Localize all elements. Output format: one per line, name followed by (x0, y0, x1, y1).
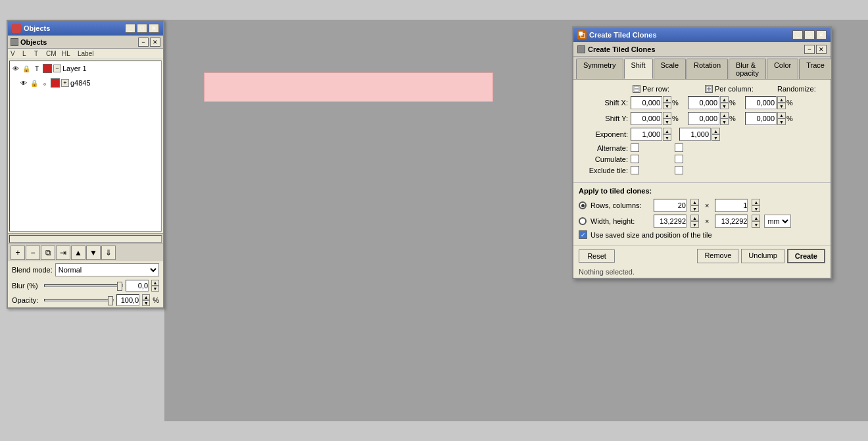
add-layer-button[interactable]: + (11, 246, 25, 260)
blur-down[interactable]: ▼ (151, 286, 159, 292)
shift-y-per-col-input[interactable] (688, 112, 719, 125)
rows-down[interactable]: ▼ (690, 205, 699, 212)
shift-x-per-col-input[interactable] (688, 96, 719, 109)
create-button[interactable]: Create (787, 249, 825, 263)
remove-button[interactable]: Remove (697, 249, 738, 263)
rows-input[interactable] (654, 199, 687, 212)
shift-x-rand-up[interactable]: ▲ (777, 96, 786, 103)
opacity-up[interactable]: ▲ (142, 294, 150, 300)
width-height-radio[interactable] (579, 217, 587, 225)
eye-icon-g4845[interactable]: 👁 (19, 78, 28, 88)
per-row-label: Per row: (642, 85, 669, 93)
move-down-button[interactable]: ▼ (86, 246, 101, 260)
alternate-checkbox-col[interactable] (675, 143, 683, 152)
exclude-tile-checkbox-col[interactable] (675, 166, 683, 174)
move-up-button[interactable]: ▲ (71, 246, 85, 260)
exp-pr-down[interactable]: ▼ (663, 134, 671, 141)
exponent-per-col-input[interactable] (679, 128, 711, 141)
minimize-button[interactable]: _ (125, 24, 135, 33)
w-up[interactable]: ▲ (690, 215, 699, 221)
indent-button[interactable]: ⇥ (56, 246, 70, 260)
color-swatch-g4845[interactable] (51, 78, 60, 88)
exponent-per-row-input[interactable] (631, 128, 662, 141)
use-saved-checkbox[interactable]: ✓ (579, 230, 587, 239)
shift-x-rand-down[interactable]: ▼ (777, 103, 786, 109)
unclump-button[interactable]: Unclump (741, 249, 784, 263)
shift-x-per-row-input[interactable] (631, 96, 662, 109)
maximize-button[interactable]: □ (137, 24, 147, 33)
tab-blur-opacity[interactable]: Blur & opacity (729, 59, 766, 79)
exp-pc-down[interactable]: ▼ (711, 134, 720, 141)
lock-icon-g4845[interactable]: 🔒 (30, 78, 39, 88)
shift-y-row: Shift Y: ▲ ▼ % ▲ ▼ % ▲ (579, 112, 825, 125)
shift-y-pc-down[interactable]: ▼ (720, 118, 729, 125)
cols-input[interactable] (715, 199, 748, 212)
unit-select[interactable]: mm px cm in (764, 215, 791, 228)
exclude-tile-checkbox-row[interactable] (631, 166, 639, 174)
clones-inner-close[interactable]: ✕ (816, 45, 827, 54)
cols-down[interactable]: ▼ (752, 205, 760, 212)
width-spinner: ▲ ▼ (690, 215, 699, 228)
cumulate-checkbox-col[interactable] (675, 155, 683, 163)
alternate-checkbox-row[interactable] (631, 143, 639, 152)
shift-y-rand-input[interactable] (745, 112, 777, 125)
cols-up[interactable]: ▲ (752, 199, 760, 205)
blend-mode-select[interactable]: Normal Multiply Screen (55, 263, 159, 276)
shift-x-pr-down[interactable]: ▼ (663, 103, 671, 109)
duplicate-button[interactable]: ⧉ (41, 246, 55, 260)
lock-icon-layer1[interactable]: 🔒 (22, 64, 31, 73)
blur-up[interactable]: ▲ (151, 280, 159, 286)
horizontal-scrollbar[interactable] (9, 235, 162, 243)
remove-layer-button[interactable]: − (26, 246, 40, 260)
rows-up[interactable]: ▲ (690, 199, 699, 205)
titlebar-buttons: _ □ ✕ (125, 24, 159, 33)
export-button[interactable]: ⇓ (101, 246, 116, 260)
opacity-slider[interactable] (44, 299, 114, 301)
tab-shift[interactable]: Shift (624, 59, 653, 79)
opacity-input[interactable] (116, 294, 139, 306)
tab-rotation[interactable]: Rotation (687, 59, 728, 79)
rows-cols-radio[interactable] (579, 201, 587, 209)
color-swatch-layer1[interactable] (43, 64, 52, 73)
h-up[interactable]: ▲ (752, 215, 760, 221)
clones-minimize[interactable]: _ (792, 30, 803, 39)
shift-x-pc-down[interactable]: ▼ (720, 103, 729, 109)
opacity-down[interactable]: ▼ (142, 300, 150, 306)
reset-button[interactable]: Reset (579, 249, 615, 263)
shift-x-rand-input[interactable] (745, 96, 777, 109)
expand-g4845[interactable]: + (61, 79, 69, 87)
clones-inner-collapse[interactable]: − (804, 45, 815, 54)
shift-y-pr-down[interactable]: ▼ (663, 118, 671, 125)
cumulate-checkbox-row[interactable] (631, 155, 639, 163)
close-button[interactable]: ✕ (149, 24, 159, 33)
per-col-checkbox[interactable] (705, 85, 713, 93)
layer-row-1[interactable]: 👁 🔒 ⬦ + g4845 (10, 76, 161, 90)
eye-icon-layer1[interactable]: 👁 (11, 64, 20, 73)
shift-y-per-row-input[interactable] (631, 112, 662, 125)
tab-trace[interactable]: Trace (799, 59, 832, 79)
per-row-checkbox[interactable] (633, 85, 640, 93)
height-input[interactable] (715, 215, 748, 228)
shift-y-pc-up[interactable]: ▲ (720, 112, 729, 118)
shift-y-rand-down[interactable]: ▼ (777, 118, 786, 125)
exp-pr-up[interactable]: ▲ (663, 128, 671, 134)
inner-collapse-btn[interactable]: − (138, 38, 149, 47)
tab-scale[interactable]: Scale (654, 59, 687, 79)
tab-symmetry[interactable]: Symmetry (576, 59, 623, 79)
clones-restore[interactable]: □ (804, 30, 815, 39)
shift-x-pc-up[interactable]: ▲ (720, 96, 729, 103)
clones-close[interactable]: ✕ (816, 30, 827, 39)
layer-row-0[interactable]: 👁 🔒 T − Layer 1 (10, 61, 161, 76)
tab-color[interactable]: Color (767, 59, 798, 79)
blur-input[interactable]: 0,0 (126, 280, 149, 292)
width-input[interactable] (654, 215, 687, 228)
exp-pc-up[interactable]: ▲ (711, 128, 720, 134)
shift-y-pr-up[interactable]: ▲ (663, 112, 671, 118)
w-down[interactable]: ▼ (690, 221, 699, 228)
expand-layer1[interactable]: − (53, 65, 61, 72)
inner-close-btn[interactable]: ✕ (150, 38, 160, 47)
blur-slider[interactable] (44, 284, 123, 287)
shift-x-pr-up[interactable]: ▲ (663, 96, 671, 103)
shift-y-rand-up[interactable]: ▲ (777, 112, 786, 118)
h-down[interactable]: ▼ (752, 221, 760, 228)
